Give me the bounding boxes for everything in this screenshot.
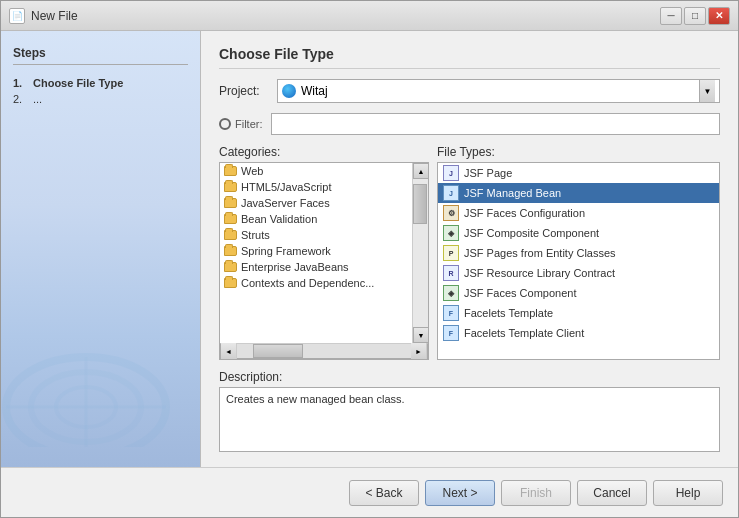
list-item[interactable]: ◈ JSF Composite Component — [438, 223, 719, 243]
list-item[interactable]: Struts — [220, 227, 412, 243]
list-item[interactable]: R JSF Resource Library Contract — [438, 263, 719, 283]
description-section: Description: Creates a new managed bean … — [219, 370, 720, 452]
folder-icon — [224, 246, 237, 256]
folder-icon — [224, 214, 237, 224]
description-label: Description: — [219, 370, 720, 384]
category-name: Spring Framework — [241, 245, 331, 257]
project-value: Witaj — [301, 84, 328, 98]
list-item[interactable]: JavaServer Faces — [220, 195, 412, 211]
categories-scrollbar: ▲ ▼ — [412, 163, 428, 343]
cancel-button[interactable]: Cancel — [577, 480, 647, 506]
categories-section: Categories: Web HTML5/JavaScript — [219, 145, 429, 360]
search-icon — [219, 118, 231, 130]
filetype-icon: F — [443, 305, 459, 321]
title-bar: 📄 New File ─ □ ✕ — [1, 1, 738, 31]
filetype-icon: F — [443, 325, 459, 341]
list-item[interactable]: ⚙ JSF Faces Configuration — [438, 203, 719, 223]
dropdown-arrow-icon: ▼ — [699, 80, 715, 102]
categories-label: Categories: — [219, 145, 429, 159]
filetype-name: Facelets Template — [464, 307, 553, 319]
title-bar-left: 📄 New File — [9, 8, 78, 24]
hscroll-thumb[interactable] — [253, 344, 303, 358]
category-name: HTML5/JavaScript — [241, 181, 331, 193]
folder-icon — [224, 262, 237, 272]
project-label: Project: — [219, 84, 269, 98]
filetype-name: JSF Resource Library Contract — [464, 267, 615, 279]
window-icon: 📄 — [9, 8, 25, 24]
description-text: Creates a new managed bean class. — [226, 393, 405, 405]
filetypes-section: File Types: J JSF Page J JSF Managed Bea… — [437, 145, 720, 360]
filetypes-list: J JSF Page J JSF Managed Bean ⚙ JSF Face… — [438, 163, 719, 359]
list-item[interactable]: Contexts and Dependenc... — [220, 275, 412, 291]
list-item[interactable]: P JSF Pages from Entity Classes — [438, 243, 719, 263]
list-item[interactable]: ◈ JSF Faces Component — [438, 283, 719, 303]
hscroll-right-button[interactable]: ► — [411, 343, 427, 359]
title-bar-controls: ─ □ ✕ — [660, 7, 730, 25]
filetype-icon: R — [443, 265, 459, 281]
description-box: Creates a new managed bean class. — [219, 387, 720, 452]
category-name: Contexts and Dependenc... — [241, 277, 374, 289]
list-item[interactable]: Bean Validation — [220, 211, 412, 227]
category-name: Enterprise JavaBeans — [241, 261, 349, 273]
finish-button[interactable]: Finish — [501, 480, 571, 506]
filetype-name: JSF Page — [464, 167, 512, 179]
list-item[interactable]: J JSF Page — [438, 163, 719, 183]
scroll-up-button[interactable]: ▲ — [413, 163, 428, 179]
maximize-button[interactable]: □ — [684, 7, 706, 25]
filetype-icon: J — [443, 165, 459, 181]
folder-icon — [224, 278, 237, 288]
content-area: Steps 1. Choose File Type 2. ... Choose … — [1, 31, 738, 467]
category-name: Struts — [241, 229, 270, 241]
category-name: JavaServer Faces — [241, 197, 330, 209]
filetype-icon: J — [443, 185, 459, 201]
globe-icon — [282, 84, 296, 98]
list-item[interactable]: Spring Framework — [220, 243, 412, 259]
filetype-name: JSF Managed Bean — [464, 187, 561, 199]
list-item[interactable]: Enterprise JavaBeans — [220, 259, 412, 275]
categories-hscrollbar: ◄ ► — [220, 343, 428, 359]
close-button[interactable]: ✕ — [708, 7, 730, 25]
step-2: 2. ... — [13, 93, 188, 105]
step-1-label: Choose File Type — [33, 77, 123, 89]
scroll-thumb[interactable] — [413, 184, 427, 224]
scroll-down-button[interactable]: ▼ — [413, 327, 428, 343]
step-2-num: 2. — [13, 93, 29, 105]
categories-list: Web HTML5/JavaScript JavaServer Faces — [220, 163, 412, 343]
filter-row: Filter: — [219, 113, 720, 135]
new-file-window: 📄 New File ─ □ ✕ Steps 1. Choose File Ty… — [0, 0, 739, 518]
help-button[interactable]: Help — [653, 480, 723, 506]
scroll-track — [413, 179, 428, 327]
sidebar-watermark — [1, 327, 181, 447]
project-select-inner: Witaj — [282, 84, 699, 98]
list-item[interactable]: Web — [220, 163, 412, 179]
project-dropdown[interactable]: Witaj ▼ — [277, 79, 720, 103]
window-title: New File — [31, 9, 78, 23]
filetype-icon: ◈ — [443, 225, 459, 241]
filetype-icon: ⚙ — [443, 205, 459, 221]
panel-title: Choose File Type — [219, 46, 720, 69]
filter-label: Filter: — [235, 118, 263, 130]
back-button[interactable]: < Back — [349, 480, 419, 506]
list-item[interactable]: F Facelets Template Client — [438, 323, 719, 343]
lists-row: Categories: Web HTML5/JavaScript — [219, 145, 720, 360]
bottom-bar: < Back Next > Finish Cancel Help — [1, 467, 738, 517]
folder-icon — [224, 230, 237, 240]
project-row: Project: Witaj ▼ — [219, 79, 720, 103]
filetype-name: JSF Faces Component — [464, 287, 577, 299]
sidebar: Steps 1. Choose File Type 2. ... — [1, 31, 201, 467]
list-item[interactable]: J JSF Managed Bean — [438, 183, 719, 203]
filetype-name: JSF Faces Configuration — [464, 207, 585, 219]
folder-icon — [224, 166, 237, 176]
filetype-name: JSF Composite Component — [464, 227, 599, 239]
hscroll-left-button[interactable]: ◄ — [221, 343, 237, 359]
step-1: 1. Choose File Type — [13, 77, 188, 89]
minimize-button[interactable]: ─ — [660, 7, 682, 25]
sidebar-heading: Steps — [13, 46, 188, 65]
category-name: Web — [241, 165, 263, 177]
list-item[interactable]: HTML5/JavaScript — [220, 179, 412, 195]
next-button[interactable]: Next > — [425, 480, 495, 506]
filetype-name: JSF Pages from Entity Classes — [464, 247, 616, 259]
filter-input[interactable] — [271, 113, 721, 135]
list-item[interactable]: F Facelets Template — [438, 303, 719, 323]
step-2-label: ... — [33, 93, 42, 105]
